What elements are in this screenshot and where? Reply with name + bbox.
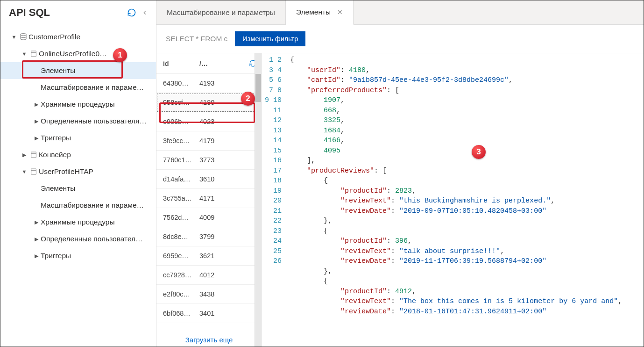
container-icon: [28, 151, 39, 159]
tab-scale-settings[interactable]: Масштабирование и параметры: [156, 0, 286, 24]
json-editor[interactable]: 1 2 3 4 5 6 7 8 9 10 11 12 13 14 15 16 1…: [262, 53, 644, 347]
chevron-right-icon: ▶: [32, 219, 41, 225]
item-row[interactable]: e2f80c…3438: [156, 285, 262, 304]
tree-items[interactable]: Элементы: [0, 62, 156, 79]
tree-scale-settings[interactable]: Масштабирование и параме…: [0, 79, 156, 96]
svg-point-0: [21, 34, 26, 36]
callout-1: 1: [113, 48, 127, 62]
item-id-cell: 3fe9cc…: [163, 137, 199, 145]
database-icon: [18, 33, 28, 41]
tree-label: Элементы: [41, 66, 75, 75]
item-pk-cell: 3401: [199, 310, 255, 317]
collapse-sidebar-icon[interactable]: [138, 6, 151, 19]
tree-label: UserProfileHTAP: [39, 167, 93, 176]
container-icon: [28, 50, 39, 58]
resource-tree: ▼ CustomerProfile ▼ OnlineUserProfile0… …: [0, 25, 156, 347]
chevron-right-icon: ▶: [32, 118, 41, 124]
tree-label: Элементы: [41, 184, 75, 193]
item-id-cell: 64380…: [163, 80, 199, 87]
sidebar-title: API SQL: [9, 7, 125, 19]
tab-label: Элементы: [296, 8, 331, 16]
item-row[interactable]: 64380…4193: [156, 74, 262, 93]
column-header-pk[interactable]: /…: [199, 60, 248, 67]
item-pk-cell: 4171: [199, 195, 255, 202]
edit-filter-button[interactable]: Изменить фильтр: [235, 31, 305, 46]
chevron-right-icon: ▶: [32, 101, 41, 108]
tree-stored-procedures[interactable]: ▶ Хранимые процедуры: [0, 96, 156, 113]
item-row[interactable]: 3fe9cc…4179: [156, 131, 262, 151]
item-row[interactable]: 3c755a…4171: [156, 189, 262, 208]
item-pk-cell: 3799: [199, 233, 255, 240]
chevron-right-icon: ▶: [32, 236, 41, 242]
item-id-cell: 958ccf…: [163, 99, 199, 106]
svg-rect-3: [31, 152, 36, 158]
tree-triggers[interactable]: ▶ Триггеры: [0, 247, 156, 264]
item-id-cell: e2f80c…: [163, 290, 199, 298]
tab-items[interactable]: Элементы ✕: [286, 0, 354, 25]
item-row[interactable]: e906b…4023: [156, 112, 262, 131]
chevron-right-icon: ▶: [20, 152, 28, 158]
scrollbar-thumb[interactable]: [255, 74, 261, 102]
callout-3: 3: [472, 145, 486, 159]
chevron-right-icon: ▶: [32, 253, 41, 259]
item-pk-cell: 3610: [199, 175, 255, 183]
item-row[interactable]: 7760c1…3773: [156, 151, 262, 170]
item-id-cell: 8dc8e…: [163, 233, 199, 240]
item-row[interactable]: 6959e…3621: [156, 246, 262, 266]
tree-items[interactable]: Элементы: [0, 180, 156, 197]
json-code[interactable]: { "userId": 4180, "cartId": "9a1b857d-45…: [290, 55, 644, 347]
item-id-cell: 6bf068…: [163, 310, 199, 317]
column-header-id[interactable]: id: [163, 60, 199, 67]
item-pk-cell: 3621: [199, 252, 255, 260]
filter-query-text: SELECT * FROM c: [166, 35, 227, 43]
tree-label: CustomerProfile: [28, 33, 80, 41]
tree-label: Триггеры: [41, 134, 71, 142]
item-row[interactable]: 8dc8e…3799: [156, 227, 262, 246]
item-id-cell: 7760c1…: [163, 156, 199, 164]
tree-label: Масштабирование и параме…: [41, 201, 144, 210]
tree-label: OnlineUserProfile0…: [39, 50, 107, 58]
item-id-cell: 6959e…: [163, 252, 199, 260]
tree-container[interactable]: ▼ UserProfileHTAP: [0, 163, 156, 180]
tree-label: Хранимые процедуры: [41, 100, 115, 108]
chevron-down-icon: ▼: [10, 34, 18, 40]
tree-container[interactable]: ▼ OnlineUserProfile0…: [0, 45, 156, 62]
container-icon: [28, 168, 39, 175]
item-id-cell: 7562d…: [163, 214, 199, 221]
item-row[interactable]: 7562d…4009: [156, 208, 262, 227]
item-pk-cell: 3773: [199, 156, 255, 164]
item-pk-cell: 4009: [199, 214, 255, 221]
tree-container[interactable]: ▶ Конвейер: [0, 146, 156, 163]
refresh-icon[interactable]: [125, 6, 138, 19]
item-row[interactable]: cc7928…4012: [156, 266, 262, 285]
tree-label: Конвейер: [39, 151, 71, 159]
item-id-cell: e906b…: [163, 118, 199, 125]
main-pane: Масштабирование и параметры Элементы ✕ S…: [156, 0, 644, 347]
tree-database[interactable]: ▼ CustomerProfile: [0, 29, 156, 45]
tree-stored-procedures[interactable]: ▶ Хранимые процедуры: [0, 214, 156, 231]
item-id-cell: d14afa…: [163, 175, 199, 183]
tree-scale-settings[interactable]: Масштабирование и параме…: [0, 197, 156, 214]
close-icon[interactable]: ✕: [337, 8, 343, 16]
item-row[interactable]: d14afa…3610: [156, 170, 262, 189]
tree-label: Триггеры: [41, 252, 71, 260]
item-pk-cell: 3438: [199, 290, 255, 298]
chevron-down-icon: ▼: [20, 51, 28, 57]
tab-label: Масштабирование и параметры: [167, 8, 275, 17]
tree-label: Определенные пользовател…: [41, 235, 143, 243]
filter-bar: SELECT * FROM c Изменить фильтр: [156, 25, 644, 53]
tab-bar: Масштабирование и параметры Элементы ✕: [156, 0, 644, 25]
item-pk-cell: 4179: [199, 137, 255, 145]
item-row[interactable]: 6bf068…3401: [156, 304, 262, 323]
tree-triggers[interactable]: ▶ Триггеры: [0, 130, 156, 146]
tree-udf[interactable]: ▶ Определенные пользователя…: [0, 113, 156, 130]
tree-udf[interactable]: ▶ Определенные пользовател…: [0, 231, 156, 247]
item-id-cell: cc7928…: [163, 271, 199, 279]
item-pk-cell: 4012: [199, 271, 255, 279]
tree-label: Определенные пользователя…: [41, 117, 147, 125]
line-gutter: 1 2 3 4 5 6 7 8 9 10 11 12 13 14 15 16 1…: [262, 55, 290, 347]
load-more-link[interactable]: Загрузить еще: [185, 336, 233, 344]
item-pk-cell: 4023: [199, 118, 255, 125]
refresh-items-icon[interactable]: [248, 57, 258, 70]
tree-label: Масштабирование и параме…: [41, 83, 144, 92]
